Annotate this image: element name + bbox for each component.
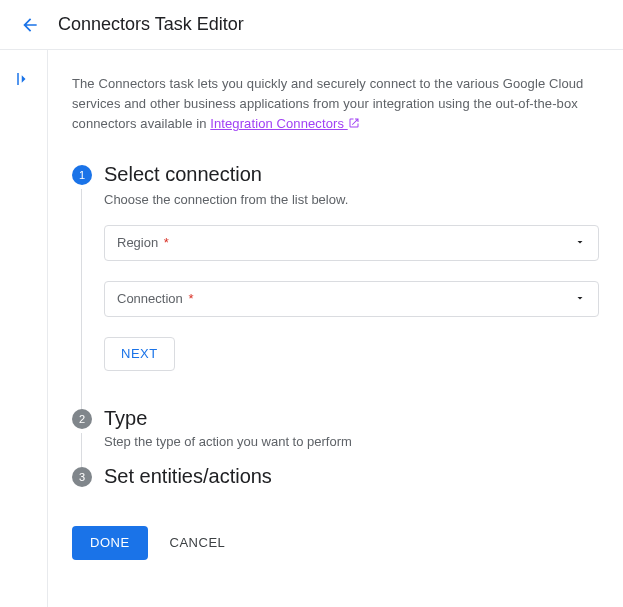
footer-buttons: DONE CANCEL bbox=[72, 526, 599, 560]
chevron-down-icon bbox=[574, 235, 586, 251]
step-number-badge: 2 bbox=[72, 409, 92, 429]
expand-panel-icon[interactable] bbox=[15, 70, 33, 88]
next-button[interactable]: NEXT bbox=[104, 337, 175, 371]
header: Connectors Task Editor bbox=[0, 0, 623, 50]
done-button[interactable]: DONE bbox=[72, 526, 148, 560]
step-title: Select connection bbox=[104, 163, 599, 186]
step-subtitle: Choose the connection from the list belo… bbox=[104, 192, 599, 207]
step-number-badge: 1 bbox=[72, 165, 92, 185]
connection-label: Connection * bbox=[117, 291, 193, 306]
left-rail bbox=[0, 50, 48, 607]
integration-connectors-link[interactable]: Integration Connectors bbox=[210, 116, 359, 131]
step-title: Set entities/actions bbox=[104, 465, 599, 488]
connection-select[interactable]: Connection * bbox=[104, 281, 599, 317]
step-type: 2 Type Step the type of action you want … bbox=[72, 407, 599, 465]
external-link-icon bbox=[348, 115, 360, 135]
step-entities-actions: 3 Set entities/actions bbox=[72, 465, 599, 504]
back-arrow-icon[interactable] bbox=[20, 15, 40, 35]
step-number-badge: 3 bbox=[72, 467, 92, 487]
main: The Connectors task lets you quickly and… bbox=[48, 50, 623, 607]
region-label: Region * bbox=[117, 235, 169, 250]
cancel-button[interactable]: CANCEL bbox=[170, 535, 226, 550]
step-subtitle: Step the type of action you want to perf… bbox=[104, 434, 599, 449]
container: The Connectors task lets you quickly and… bbox=[0, 50, 623, 607]
chevron-down-icon bbox=[574, 291, 586, 307]
stepper: 1 Select connection Choose the connectio… bbox=[72, 163, 599, 504]
step-select-connection: 1 Select connection Choose the connectio… bbox=[72, 163, 599, 407]
step-connector-line bbox=[81, 433, 82, 467]
step-connector-line bbox=[81, 189, 82, 409]
step-title: Type bbox=[104, 407, 599, 430]
page-title: Connectors Task Editor bbox=[58, 14, 244, 35]
region-select[interactable]: Region * bbox=[104, 225, 599, 261]
intro-text: The Connectors task lets you quickly and… bbox=[72, 74, 599, 135]
